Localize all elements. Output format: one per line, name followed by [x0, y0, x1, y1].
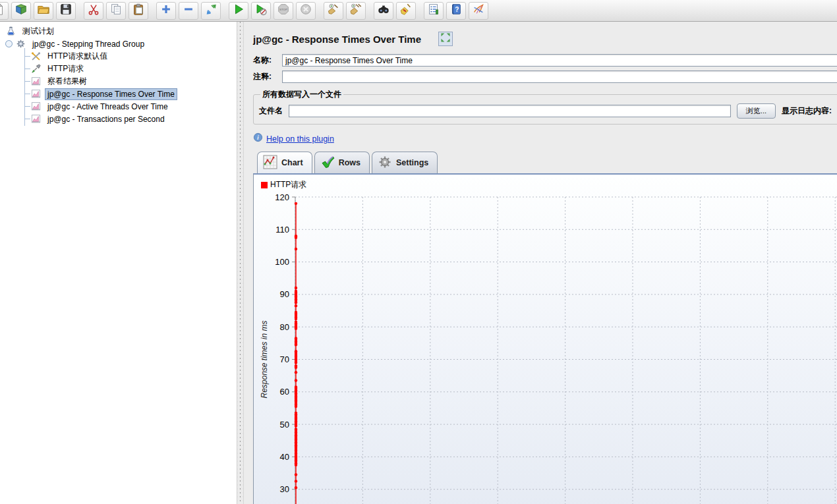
search-reset-icon [399, 3, 413, 18]
legend-series-label: HTTP请求 [270, 179, 306, 190]
shutdown-button [296, 2, 316, 20]
tree-item-label: 察看结果树 [45, 74, 90, 88]
svg-text:90: 90 [280, 289, 289, 299]
comment-input[interactable] [282, 70, 837, 83]
write-data-to-file-group: 所有数据写入一个文件 文件名 浏览... 显示日志内容: [253, 89, 837, 125]
name-input[interactable] [282, 54, 837, 67]
tree-item-label: HTTP请求 [45, 62, 86, 76]
tree-item-jp-gc-stepping-thread-group[interactable]: jp@gc - Stepping Thread Group [0, 38, 237, 50]
copy-button[interactable] [106, 2, 126, 20]
tab-chart[interactable]: Chart [257, 152, 312, 173]
expand-all-button[interactable] [156, 2, 176, 20]
start-button[interactable] [229, 2, 248, 20]
function-helper-button[interactable] [424, 2, 444, 20]
tree-item-jp-gc-response-times-over-time[interactable]: jp@gc - Response Times Over Time [0, 88, 237, 100]
svg-text:120: 120 [275, 192, 289, 202]
tree-item--[interactable]: 测试计划 [0, 25, 237, 38]
clear-button[interactable] [324, 2, 343, 20]
chart-listener-icon [30, 76, 42, 87]
tab-rows[interactable]: Rows [314, 152, 370, 173]
plus-icon [159, 3, 173, 18]
function-helper-icon [427, 3, 440, 18]
tab-label: Rows [339, 158, 361, 167]
comment-label: 注释: [253, 71, 282, 82]
tree-item-label: 测试计划 [20, 24, 57, 38]
stop-icon: STOP [277, 3, 290, 18]
open-folder-icon [37, 3, 50, 18]
copy-icon [109, 3, 123, 18]
chart-tab-panel: HTTP请求 1201101009080706050403020Response… [253, 173, 837, 504]
help-plugin-link[interactable]: Help on this plugin [266, 134, 334, 144]
tab-settings[interactable]: Settings [372, 152, 438, 173]
scribble-icon [472, 3, 485, 18]
tab-label: Chart [281, 158, 303, 167]
help-book-icon: ? [449, 3, 463, 18]
thread-group-icon [15, 38, 26, 49]
stop-button: STOP [274, 2, 293, 20]
svg-text:STOP: STOP [279, 8, 287, 11]
tree-item-jp-gc-transactions-per-second[interactable]: jp@gc - Transactions per Second [0, 113, 237, 125]
toolbar: STOP? [0, 0, 837, 22]
tree-item-label: HTTP请求默认值 [45, 49, 110, 63]
main-split: 测试计划jp@gc - Stepping Thread GroupHTTP请求默… [0, 22, 837, 504]
listener-config-panel: jp@gc - Response Times Over Time 名称: 注释:… [244, 22, 837, 504]
tree-item-label: jp@gc - Active Threads Over Time [45, 101, 171, 113]
cut-button[interactable] [84, 2, 103, 20]
gear-icon [378, 155, 392, 171]
templates-button[interactable] [11, 2, 31, 20]
page-title: jp@gc - Response Times Over Time [253, 34, 421, 45]
filename-label: 文件名 [259, 105, 283, 117]
http-request-icon [30, 63, 42, 74]
search-button[interactable] [374, 2, 393, 20]
svg-text:110: 110 [275, 225, 289, 235]
browse-button[interactable]: 浏览... [737, 103, 776, 119]
paste-button[interactable] [129, 2, 148, 20]
open-button[interactable] [34, 2, 53, 20]
collapse-all-button[interactable] [179, 2, 198, 20]
info-icon: i [253, 132, 263, 145]
split-handle[interactable] [237, 22, 244, 504]
test-plan-icon [5, 26, 16, 37]
save-icon [59, 3, 72, 18]
svg-text:?: ? [455, 6, 459, 13]
svg-text:80: 80 [280, 322, 289, 332]
tree-item-jp-gc-active-threads-over-time[interactable]: jp@gc - Active Threads Over Time [0, 100, 237, 113]
start-no-pauses-button[interactable] [251, 2, 271, 20]
response-times-chart: 1201101009080706050403020Response times … [254, 175, 837, 504]
help-button[interactable]: ? [446, 2, 466, 20]
test-plan-tree: 测试计划jp@gc - Stepping Thread GroupHTTP请求默… [0, 22, 237, 504]
clear-all-icon [349, 3, 362, 18]
search-reset-button[interactable] [396, 2, 416, 20]
clear-all-button[interactable] [346, 2, 366, 20]
new-button[interactable] [0, 2, 9, 20]
templates-icon [14, 3, 28, 18]
start-no-pauses-icon [254, 3, 268, 18]
name-label: 名称: [253, 55, 282, 66]
save-button[interactable] [56, 2, 76, 20]
tree-item--[interactable]: 察看结果树 [0, 75, 237, 88]
tree-item-http-[interactable]: HTTP请求默认值 [0, 50, 237, 63]
tree-item-http-[interactable]: HTTP请求 [0, 63, 237, 75]
chart-listener-icon [30, 113, 42, 125]
svg-text:60: 60 [280, 387, 289, 397]
shutdown-icon [299, 3, 312, 18]
tree-item-label: jp@gc - Transactions per Second [45, 113, 167, 125]
misc-tool-button[interactable] [469, 2, 488, 20]
clear-icon [327, 3, 340, 18]
check-icon [320, 155, 335, 171]
maximize-button[interactable] [438, 32, 453, 46]
chart-tab-icon [263, 155, 277, 171]
toggle-button[interactable] [201, 2, 221, 20]
svg-text:50: 50 [280, 420, 289, 430]
svg-text:30: 30 [280, 484, 289, 494]
svg-text:40: 40 [280, 452, 289, 462]
tree-item-label: jp@gc - Stepping Thread Group [30, 38, 147, 50]
start-icon [232, 3, 245, 18]
filename-input[interactable] [289, 105, 731, 117]
toggle-arrows-icon [204, 3, 217, 18]
legend-swatch [261, 182, 268, 188]
chart-legend: HTTP请求 [261, 179, 306, 190]
svg-text:100: 100 [275, 257, 289, 267]
tree-expand-handle[interactable] [5, 40, 13, 47]
file-group-title: 所有数据写入一个文件 [260, 89, 343, 100]
